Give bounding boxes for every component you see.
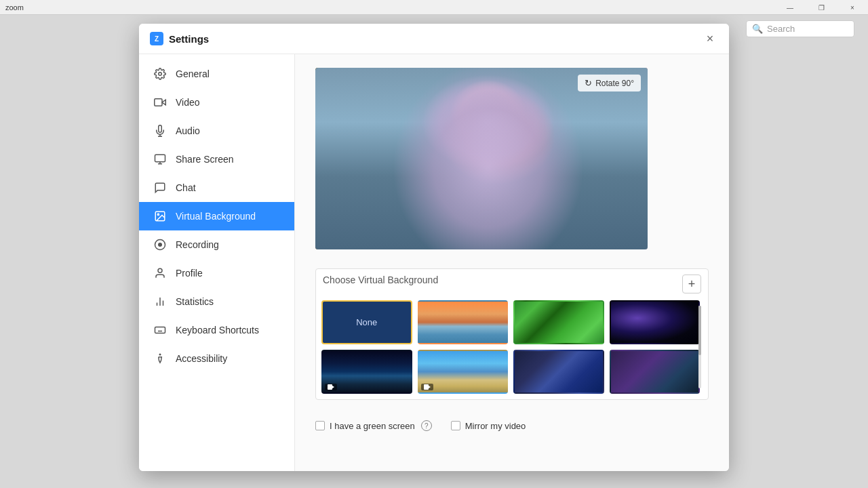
- zoom-logo: Z: [150, 32, 163, 45]
- sidebar-item-accessibility[interactable]: Accessibility: [139, 344, 294, 373]
- dialog-body: General Video Audio: [139, 54, 729, 471]
- beach-video-indicator: [421, 384, 433, 390]
- mirror-video-option[interactable]: Mirror my video: [451, 421, 526, 431]
- sidebar-share-screen-label: Share Screen: [176, 154, 234, 165]
- camera-preview: ↻ Rotate 90°: [315, 68, 648, 249]
- bg-none-label: None: [356, 317, 377, 327]
- sidebar-video-label: Video: [176, 97, 200, 108]
- section-label: Choose Virtual Background: [323, 274, 438, 285]
- dialog-titlebar: Z Settings ×: [139, 24, 729, 54]
- sidebar-item-general[interactable]: General: [139, 60, 294, 88]
- rotate-button[interactable]: ↻ Rotate 90°: [578, 75, 641, 92]
- svg-point-17: [159, 354, 161, 355]
- rotate-label: Rotate 90°: [595, 79, 634, 88]
- audio-icon: [153, 123, 167, 138]
- bg-item-space[interactable]: [610, 300, 701, 344]
- bg-item-none[interactable]: None None: [321, 300, 412, 344]
- sidebar-recording-label: Recording: [176, 239, 219, 250]
- close-window-button[interactable]: ×: [837, 0, 868, 15]
- sidebar-general-label: General: [176, 68, 210, 79]
- bg-grid: None None: [321, 300, 703, 394]
- recording-icon: [153, 237, 167, 252]
- rotate-icon: ↻: [585, 78, 592, 88]
- dialog-title-area: Z Settings: [150, 32, 209, 45]
- sidebar-statistics-label: Statistics: [176, 296, 214, 307]
- accessibility-icon: [153, 351, 167, 366]
- general-icon: [153, 66, 167, 81]
- add-background-button[interactable]: +: [682, 274, 701, 293]
- bg-item-golden-gate[interactable]: [418, 300, 509, 344]
- hijab-layer: [315, 68, 648, 249]
- sidebar-chat-label: Chat: [176, 182, 196, 193]
- svg-point-11: [159, 243, 162, 247]
- sidebar-accessibility-label: Accessibility: [176, 353, 227, 364]
- svg-marker-1: [162, 100, 165, 105]
- scroll-thumb: [698, 306, 701, 355]
- mirror-video-label: Mirror my video: [465, 421, 526, 431]
- green-screen-checkbox[interactable]: [315, 421, 325, 430]
- taskbar-title: zoom: [5, 3, 24, 12]
- aurora-video-indicator: [325, 384, 337, 390]
- sidebar-keyboard-shortcuts-label: Keyboard Shortcuts: [176, 325, 259, 336]
- bg-grid-wrapper: None None: [321, 300, 703, 394]
- svg-point-9: [157, 214, 159, 215]
- svg-rect-2: [155, 99, 162, 106]
- virtual-background-icon: [153, 209, 167, 224]
- search-bar[interactable]: 🔍 Search: [746, 20, 854, 37]
- svg-marker-19: [332, 386, 334, 388]
- video-icon: [153, 95, 167, 110]
- svg-rect-18: [328, 384, 332, 390]
- sidebar-virtual-background-label: Virtual Background: [176, 211, 256, 222]
- sidebar-item-statistics[interactable]: Statistics: [139, 287, 294, 316]
- mirror-video-checkbox[interactable]: [451, 421, 460, 430]
- search-icon: 🔍: [752, 24, 763, 34]
- svg-rect-20: [424, 384, 429, 390]
- search-placeholder: Search: [767, 24, 795, 34]
- sidebar-item-chat[interactable]: Chat: [139, 174, 294, 202]
- window-controls: — ❐ ×: [774, 0, 868, 15]
- svg-point-12: [158, 268, 162, 272]
- svg-rect-5: [155, 155, 165, 162]
- green-screen-label: I have a green screen: [330, 421, 415, 431]
- sidebar-profile-label: Profile: [176, 268, 203, 279]
- svg-rect-16: [155, 327, 165, 333]
- green-screen-help-icon[interactable]: ?: [421, 420, 432, 431]
- svg-marker-21: [429, 386, 431, 388]
- chat-icon: [153, 180, 167, 195]
- main-content: ↻ Rotate 90° Choose Virtual Background +…: [295, 54, 729, 471]
- statistics-icon: [153, 294, 167, 309]
- settings-dialog: Z Settings × General: [139, 24, 729, 471]
- sidebar-item-share-screen[interactable]: Share Screen: [139, 145, 294, 174]
- taskbar: zoom — ❐ ×: [0, 0, 868, 15]
- bg-grid-header: Choose Virtual Background +: [321, 274, 703, 293]
- sidebar-item-keyboard-shortcuts[interactable]: Keyboard Shortcuts: [139, 316, 294, 344]
- sidebar-item-profile[interactable]: Profile: [139, 259, 294, 287]
- profile-icon: [153, 266, 167, 281]
- dialog-title: Settings: [169, 33, 209, 45]
- sidebar-item-audio[interactable]: Audio: [139, 117, 294, 145]
- minimize-button[interactable]: —: [774, 0, 806, 15]
- share-screen-icon: [153, 152, 167, 167]
- camera-feed: [315, 68, 648, 249]
- keyboard-shortcuts-icon: [153, 323, 167, 338]
- bg-item-tech1[interactable]: [513, 350, 604, 394]
- maximize-button[interactable]: ❐: [806, 0, 837, 15]
- bg-item-beach[interactable]: [418, 350, 509, 394]
- bg-item-tech2[interactable]: [610, 350, 701, 394]
- virtual-background-section: Choose Virtual Background + None None: [315, 268, 709, 400]
- dialog-close-button[interactable]: ×: [702, 30, 718, 47]
- svg-point-0: [159, 73, 162, 76]
- sidebar: General Video Audio: [139, 54, 295, 471]
- bg-item-aurora[interactable]: [321, 350, 412, 394]
- sidebar-item-recording[interactable]: Recording: [139, 230, 294, 259]
- sidebar-audio-label: Audio: [176, 125, 200, 136]
- bottom-options: I have a green screen ? Mirror my video: [315, 413, 709, 431]
- sidebar-item-virtual-background[interactable]: Virtual Background: [139, 202, 294, 230]
- bg-item-green-leaves[interactable]: [513, 300, 604, 344]
- green-screen-option[interactable]: I have a green screen ?: [315, 420, 432, 431]
- sidebar-item-video[interactable]: Video: [139, 88, 294, 117]
- scrollbar[interactable]: [698, 306, 701, 388]
